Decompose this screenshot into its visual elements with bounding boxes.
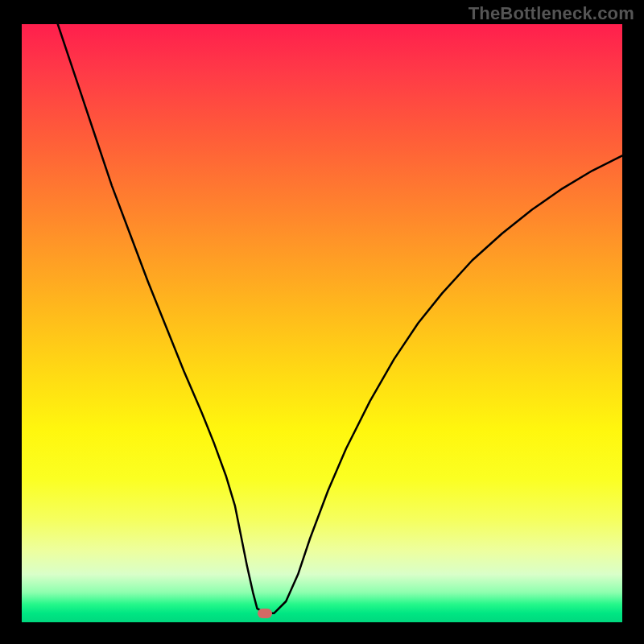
plot-area bbox=[22, 24, 622, 622]
line-curve bbox=[22, 24, 622, 622]
watermark-label: TheBottleneck.com bbox=[469, 3, 634, 24]
chart-frame: TheBottleneck.com bbox=[0, 0, 644, 644]
marker-dot bbox=[258, 609, 272, 618]
curve-path bbox=[58, 24, 622, 613]
